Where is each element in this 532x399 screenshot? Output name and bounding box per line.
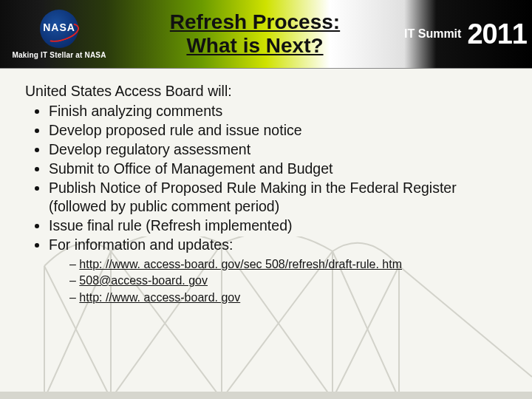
- bullet-list: Finish analyzing comments Develop propos…: [25, 102, 507, 254]
- list-item: Publish Notice of Proposed Rule Making i…: [49, 179, 507, 216]
- title-line-2: What is Next?: [118, 34, 392, 58]
- nasa-meatball-icon: NASA: [40, 10, 78, 48]
- slide-header: NASA Making IT Stellar at NASA Refresh P…: [0, 0, 532, 69]
- nasa-logo-text: NASA: [40, 21, 78, 33]
- slide-title: Refresh Process: What is Next?: [118, 10, 399, 58]
- list-item: Submit to Office of Management and Budge…: [49, 160, 507, 178]
- slide-body: United States Access Board will: Finish …: [0, 69, 532, 305]
- list-item: Finish analyzing comments: [49, 102, 507, 120]
- intro-text: United States Access Board will:: [25, 82, 507, 100]
- info-link[interactable]: http: //www. access-board. gov/sec 508/r…: [79, 258, 402, 270]
- list-item: For information and updates:: [49, 236, 507, 254]
- list-item: http: //www. access-board. gov/sec 508/r…: [69, 257, 507, 272]
- info-link[interactable]: 508@access-board. gov: [79, 274, 208, 287]
- it-summit-logo: IT Summit 2011: [399, 0, 532, 68]
- title-line-1: Refresh Process:: [118, 10, 392, 34]
- nasa-tagline: Making IT Stellar at NASA: [12, 51, 106, 59]
- list-item: Develop regulatory assessment: [49, 140, 507, 159]
- list-item: Develop proposed rule and issue notice: [49, 121, 507, 140]
- summit-year: 2011: [467, 18, 527, 50]
- list-item: http: //www. access-board. gov: [69, 290, 507, 305]
- list-item: Issue final rule (Refresh implemented): [49, 216, 507, 235]
- link-list: http: //www. access-board. gov/sec 508/r…: [25, 257, 507, 305]
- info-link[interactable]: http: //www. access-board. gov: [79, 291, 240, 304]
- nasa-logo-block: NASA Making IT Stellar at NASA: [0, 0, 118, 68]
- svg-rect-9: [0, 392, 532, 399]
- summit-label: IT Summit: [404, 28, 461, 40]
- list-item: 508@access-board. gov: [69, 273, 507, 288]
